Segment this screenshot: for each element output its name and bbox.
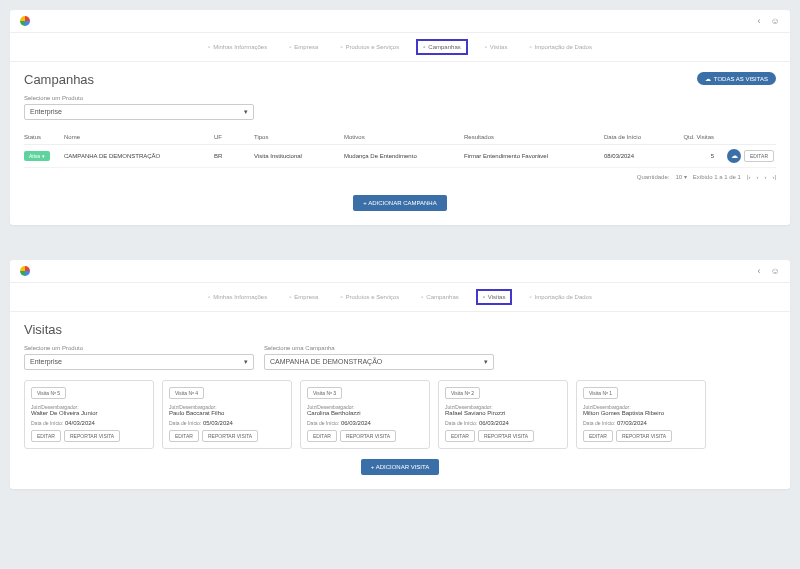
logo-icon (20, 266, 30, 276)
product-select[interactable]: Enterprise▾ (24, 354, 254, 370)
chevron-down-icon: ▾ (244, 358, 248, 366)
page-prev-icon[interactable]: ‹ (756, 174, 758, 180)
juiz-name: Carolina Bertholazzi (307, 410, 423, 416)
tab-icon: ▫ (529, 294, 531, 300)
add-visita-button[interactable]: + ADICIONAR VISITA (361, 459, 439, 475)
juiz-name: Rafael Saviano Pirozzi (445, 410, 561, 416)
page-title: Visitas (24, 322, 776, 337)
table-row: Ativa ▾ CAMPANHA DE DEMONSTRAÇÃO BR Visi… (24, 145, 776, 168)
edit-button[interactable]: EDITAR (445, 430, 475, 442)
tab-icon: ▫ (208, 294, 210, 300)
chevron-down-icon: ▾ (484, 358, 488, 366)
todas-visitas-button[interactable]: ☁TODAS AS VISITAS (697, 72, 776, 85)
reportar-button[interactable]: REPORTAR VISITA (202, 430, 258, 442)
visita-number-badge: Visita Nº 4 (169, 387, 204, 399)
select-label: Selecione uma Campanha (264, 345, 494, 351)
logo-icon (20, 16, 30, 26)
edit-button[interactable]: EDITAR (31, 430, 61, 442)
tab-icon: ▫ (340, 294, 342, 300)
tab-visitas[interactable]: ▫Visitas (476, 289, 513, 305)
tab-visitas[interactable]: ▫Visitas (480, 39, 513, 55)
page-size-select[interactable]: 10 ▾ (675, 173, 686, 180)
tab-icon: ▫ (423, 44, 425, 50)
tabs-nav: ▫Minhas Informações▫Empresa▫Produtos e S… (10, 33, 790, 62)
add-campanha-button[interactable]: + ADICIONAR CAMPANHA (353, 195, 446, 211)
tab-importa-o-de-dados[interactable]: ▫Importação de Dados (524, 39, 597, 55)
visita-number-badge: Visita Nº 3 (307, 387, 342, 399)
tab-minhas-informa-es[interactable]: ▫Minhas Informações (203, 39, 272, 55)
edit-button[interactable]: EDITAR (307, 430, 337, 442)
download-icon[interactable]: ☁ (727, 149, 741, 163)
tab-minhas-informa-es[interactable]: ▫Minhas Informações (203, 289, 272, 305)
back-icon[interactable]: ‹ (754, 266, 764, 276)
user-icon[interactable]: ☺ (770, 266, 780, 276)
reportar-button[interactable]: REPORTAR VISITA (340, 430, 396, 442)
tab-icon: ▫ (289, 44, 291, 50)
back-icon[interactable]: ‹ (754, 16, 764, 26)
reportar-button[interactable]: REPORTAR VISITA (478, 430, 534, 442)
product-select[interactable]: Enterprise▾ (24, 104, 254, 120)
edit-button[interactable]: EDITAR (583, 430, 613, 442)
campanha-select[interactable]: CAMPANHA DE DEMONSTRAÇÃO▾ (264, 354, 494, 370)
page-last-icon[interactable]: ›| (772, 174, 776, 180)
tab-campanhas[interactable]: ▫Campanhas (416, 39, 468, 55)
pager: Quantidade: 10 ▾ Exibido 1 a 1 de 1 |‹ ‹… (24, 168, 776, 185)
topbar: ‹ ☺ (10, 10, 790, 33)
tab-campanhas[interactable]: ▫Campanhas (416, 289, 464, 305)
visita-card: Visita Nº 2Juiz/Desembargador:Rafael Sav… (438, 380, 568, 449)
edit-button[interactable]: EDITAR (169, 430, 199, 442)
topbar: ‹ ☺ (10, 260, 790, 283)
chevron-down-icon: ▾ (244, 108, 248, 116)
select-label: Selecione um Produto (24, 95, 776, 101)
tab-produtos-e-servi-os[interactable]: ▫Produtos e Serviços (335, 289, 404, 305)
visita-card: Visita Nº 1Juiz/Desembargador:Milton Gom… (576, 380, 706, 449)
tabs-nav: ▫Minhas Informações▫Empresa▫Produtos e S… (10, 283, 790, 312)
visita-card: Visita Nº 3Juiz/Desembargador:Carolina B… (300, 380, 430, 449)
status-badge: Ativa ▾ (24, 151, 50, 161)
visita-card: Visita Nº 4Juiz/Desembargador:Paulo Bacc… (162, 380, 292, 449)
tab-icon: ▫ (421, 294, 423, 300)
tab-produtos-e-servi-os[interactable]: ▫Produtos e Serviços (335, 39, 404, 55)
visita-number-badge: Visita Nº 1 (583, 387, 618, 399)
visita-number-badge: Visita Nº 5 (31, 387, 66, 399)
reportar-button[interactable]: REPORTAR VISITA (64, 430, 120, 442)
tab-icon: ▫ (485, 44, 487, 50)
page-next-icon[interactable]: › (764, 174, 766, 180)
table-header: Status Nome UF Tipos Motivos Resultados … (24, 130, 776, 145)
visita-card: Visita Nº 5Juiz/Desembargador:Walter De … (24, 380, 154, 449)
select-label: Selecione um Produto (24, 345, 254, 351)
visita-number-badge: Visita Nº 2 (445, 387, 480, 399)
edit-button[interactable]: EDITAR (744, 150, 774, 162)
campanhas-panel: ‹ ☺ ▫Minhas Informações▫Empresa▫Produtos… (10, 10, 790, 225)
tab-icon: ▫ (340, 44, 342, 50)
tab-icon: ▫ (529, 44, 531, 50)
cloud-icon: ☁ (705, 75, 711, 82)
page-title: Campanhas (24, 72, 776, 87)
tab-importa-o-de-dados[interactable]: ▫Importação de Dados (524, 289, 597, 305)
tab-empresa[interactable]: ▫Empresa (284, 39, 323, 55)
tab-icon: ▫ (208, 44, 210, 50)
page-first-icon[interactable]: |‹ (747, 174, 751, 180)
juiz-name: Milton Gomes Baptista Ribeiro (583, 410, 699, 416)
tab-icon: ▫ (483, 294, 485, 300)
tab-empresa[interactable]: ▫Empresa (284, 289, 323, 305)
juiz-name: Paulo Baccarat Filho (169, 410, 285, 416)
tab-icon: ▫ (289, 294, 291, 300)
user-icon[interactable]: ☺ (770, 16, 780, 26)
juiz-name: Walter De Oliveira Junior (31, 410, 147, 416)
visitas-panel: ‹ ☺ ▫Minhas Informações▫Empresa▫Produtos… (10, 260, 790, 489)
reportar-button[interactable]: REPORTAR VISITA (616, 430, 672, 442)
